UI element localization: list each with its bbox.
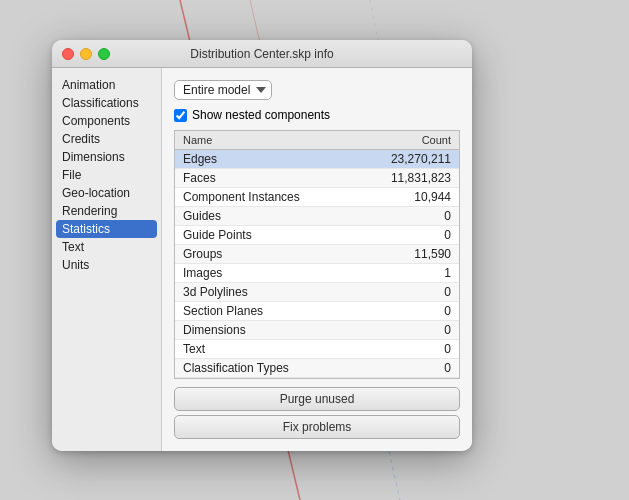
stats-table-container: Name Count Edges23,270,211Faces11,831,82… [174, 130, 460, 379]
row-name-cell: Text [175, 340, 356, 359]
row-name-cell: Guide Points [175, 226, 356, 245]
row-count-cell: 0 [356, 321, 459, 340]
table-row[interactable]: Classification Types0 [175, 359, 459, 378]
close-button[interactable] [62, 48, 74, 60]
row-count-cell: 0 [356, 283, 459, 302]
maximize-button[interactable] [98, 48, 110, 60]
nested-components-row: Show nested components [174, 108, 460, 122]
row-count-cell: 1 [356, 264, 459, 283]
row-name-cell: Guides [175, 207, 356, 226]
sidebar-item-text[interactable]: Text [52, 238, 161, 256]
fix-problems-button[interactable]: Fix problems [174, 415, 460, 439]
row-name-cell: Edges [175, 150, 356, 169]
row-name-cell: Classification Types [175, 359, 356, 378]
row-count-cell: 0 [356, 340, 459, 359]
row-name-cell: Dimensions [175, 321, 356, 340]
controls-row: Entire model Selection [174, 80, 460, 100]
sidebar-item-animation[interactable]: Animation [52, 76, 161, 94]
row-count-cell: 11,590 [356, 245, 459, 264]
table-row[interactable]: Guides0 [175, 207, 459, 226]
stats-table: Name Count Edges23,270,211Faces11,831,82… [175, 131, 459, 378]
sidebar-item-dimensions[interactable]: Dimensions [52, 148, 161, 166]
window-title: Distribution Center.skp info [190, 47, 333, 61]
table-header-row: Name Count [175, 131, 459, 150]
table-row[interactable]: Groups11,590 [175, 245, 459, 264]
sidebar-item-statistics[interactable]: Statistics [56, 220, 157, 238]
show-nested-checkbox[interactable] [174, 109, 187, 122]
table-row[interactable]: Section Planes0 [175, 302, 459, 321]
row-name-cell: 3d Polylines [175, 283, 356, 302]
row-count-cell: 11,831,823 [356, 169, 459, 188]
row-name-cell: Faces [175, 169, 356, 188]
minimize-button[interactable] [80, 48, 92, 60]
table-row[interactable]: Guide Points0 [175, 226, 459, 245]
col-name-header: Name [175, 131, 356, 150]
col-count-header: Count [356, 131, 459, 150]
title-bar: Distribution Center.skp info [52, 40, 472, 68]
sidebar-item-units[interactable]: Units [52, 256, 161, 274]
row-name-cell: Images [175, 264, 356, 283]
window-body: AnimationClassificationsComponentsCredit… [52, 68, 472, 451]
table-row[interactable]: 3d Polylines0 [175, 283, 459, 302]
row-name-cell: Component Instances [175, 188, 356, 207]
sidebar: AnimationClassificationsComponentsCredit… [52, 68, 162, 451]
sidebar-item-file[interactable]: File [52, 166, 161, 184]
sidebar-item-credits[interactable]: Credits [52, 130, 161, 148]
row-count-cell: 0 [356, 359, 459, 378]
purge-unused-button[interactable]: Purge unused [174, 387, 460, 411]
table-row[interactable]: Dimensions0 [175, 321, 459, 340]
main-window: Distribution Center.skp info AnimationCl… [52, 40, 472, 451]
table-row[interactable]: Component Instances10,944 [175, 188, 459, 207]
table-row[interactable]: Images1 [175, 264, 459, 283]
table-row[interactable]: Edges23,270,211 [175, 150, 459, 169]
sidebar-item-components[interactable]: Components [52, 112, 161, 130]
row-count-cell: 10,944 [356, 188, 459, 207]
row-count-cell: 23,270,211 [356, 150, 459, 169]
row-name-cell: Groups [175, 245, 356, 264]
table-row[interactable]: Faces11,831,823 [175, 169, 459, 188]
table-row[interactable]: Text0 [175, 340, 459, 359]
sidebar-item-classifications[interactable]: Classifications [52, 94, 161, 112]
sidebar-item-geo-location[interactable]: Geo-location [52, 184, 161, 202]
row-count-cell: 0 [356, 207, 459, 226]
main-content: Entire model Selection Show nested compo… [162, 68, 472, 451]
row-count-cell: 0 [356, 226, 459, 245]
action-buttons: Purge unused Fix problems [174, 387, 460, 439]
show-nested-label: Show nested components [192, 108, 330, 122]
sidebar-item-rendering[interactable]: Rendering [52, 202, 161, 220]
row-name-cell: Section Planes [175, 302, 356, 321]
model-scope-dropdown[interactable]: Entire model Selection [174, 80, 272, 100]
traffic-lights [62, 48, 110, 60]
row-count-cell: 0 [356, 302, 459, 321]
